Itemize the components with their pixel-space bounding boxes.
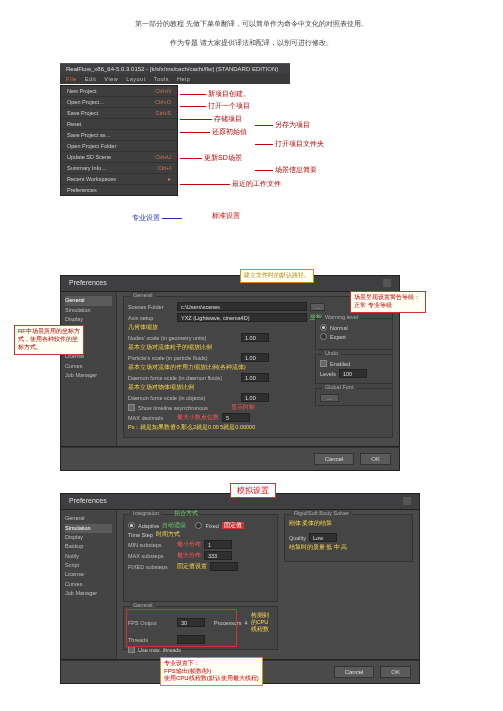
lbl-time: Time Step [128, 532, 153, 538]
btn2-cancel[interactable]: Cancel [334, 666, 375, 678]
grp-general: General [130, 292, 156, 298]
mi-open[interactable]: Open Project…Ctrl+O [61, 97, 177, 108]
menu-bar[interactable]: File Edit View Layout Tools Help [60, 74, 290, 84]
part-zh: 基本立场对流体粒子的缩放比例 [128, 344, 212, 351]
menu-file[interactable]: File [66, 76, 77, 82]
ann-pref: 专业设置 [130, 213, 162, 223]
lbl-geom-scale: Nodes' scale (in geometry units) [128, 335, 238, 341]
rad-fixed[interactable] [195, 522, 202, 529]
ann-reset: 还原初始值 [210, 127, 249, 137]
mi-save[interactable]: Save ProjectCtrl+S [61, 108, 177, 119]
t2-script[interactable]: Script [65, 561, 112, 570]
sel-quality[interactable] [309, 533, 337, 542]
t2-display[interactable]: Display [65, 533, 112, 542]
t2-jobmgr[interactable]: Job Manager [65, 589, 112, 598]
lbl-expert: Expert [330, 334, 346, 340]
lbl-fixed-sub: FIXED substeps [128, 564, 174, 570]
mi-pref[interactable]: Preferences [61, 185, 177, 195]
tree-general[interactable]: General [65, 296, 112, 305]
lbl-fixed: Fixed [205, 523, 218, 529]
btn-font[interactable]: ... [320, 394, 339, 402]
menu-tools[interactable]: Tools [154, 76, 169, 82]
t2-notify[interactable]: Notify [65, 552, 112, 561]
lbl-axis: Axis setup [128, 315, 174, 321]
menu-help[interactable]: Help [177, 76, 190, 82]
inp-fixed-sub[interactable] [210, 562, 238, 571]
btn-cancel[interactable]: Cancel [314, 453, 355, 465]
menu-view[interactable]: View [104, 76, 118, 82]
chk-usemax[interactable] [128, 646, 135, 653]
mi-new[interactable]: New ProjectCtrl+N [61, 86, 177, 97]
lbl-levels: Levels [320, 371, 336, 377]
close-icon-2[interactable] [403, 497, 411, 505]
rad-expert[interactable] [320, 333, 327, 340]
chk-timeline[interactable] [128, 404, 135, 411]
menu-layout[interactable]: Layout [126, 76, 146, 82]
max-zh: 最大分布 [177, 552, 201, 559]
btn2-ok[interactable]: OK [380, 666, 411, 678]
t2-license[interactable]: License [65, 570, 112, 579]
t2-general[interactable]: General [65, 514, 112, 523]
lbl-fps: FPS Output [128, 620, 174, 626]
ps-note: Ps：就是如果数值0.那么2就是0.00 5就是0.00000 [128, 424, 255, 431]
lbl-part-scale: Particle's scale (in particle fluids) [128, 355, 238, 361]
inp-part-scale[interactable] [241, 353, 269, 362]
inp-max[interactable] [204, 551, 232, 560]
mi-summary[interactable]: Summary Info…Ctrl+I [61, 163, 177, 174]
ann-update: 更新SD场景 [202, 153, 244, 163]
lbl-max: MAX substeps [128, 553, 174, 559]
prefs-title: Preferences [69, 279, 107, 288]
inp-geom-scale[interactable] [241, 333, 269, 342]
tree-display[interactable]: Display [65, 315, 112, 324]
browse-icon[interactable]: ... [310, 303, 325, 311]
inp-daemon-scale[interactable] [241, 373, 269, 382]
tree-curves[interactable]: Curves [65, 362, 112, 371]
btn-ok[interactable]: OK [360, 453, 391, 465]
tree-jobmgr[interactable]: Job Manager [65, 371, 112, 380]
lbl-timeline: Show timeline asynchronous [138, 405, 228, 411]
ann-saveas: 另存为项目 [273, 120, 312, 130]
mi-folder[interactable]: Open Project Folder [61, 141, 177, 152]
ann-open: 打开一个项目 [206, 101, 252, 111]
menu-edit[interactable]: Edit [85, 76, 96, 82]
mi-recent[interactable]: Recent Workspaces▸ [61, 174, 177, 185]
t2-simulation[interactable]: Simulation [65, 524, 112, 533]
inp-levels[interactable] [339, 369, 367, 378]
inp-fps[interactable] [177, 618, 205, 627]
quality-zh: 结算时的质量 低 中 高 [289, 544, 348, 551]
int-zh: 拟合方式 [174, 510, 198, 517]
lbl-procs: Processors [214, 620, 242, 626]
intro-line-2: 作为专题 请大家提供译法和配译，以别可进行修改。 [60, 37, 443, 50]
lbl-min: MIN substeps [128, 542, 174, 548]
grp-integration: Integration [130, 510, 162, 516]
time-zh: 时间方式 [156, 531, 180, 538]
grp-font: Global Font [322, 384, 356, 390]
close-icon[interactable] [383, 279, 391, 287]
tag-sim: 模拟设置 [230, 483, 276, 498]
lbl-daemon-scale: Daemon force scale (in daemon fluids) [128, 375, 238, 381]
mi-reset[interactable]: Reset [61, 119, 177, 130]
inp-min[interactable] [204, 540, 232, 549]
t2-curves[interactable]: Curves [65, 580, 112, 589]
rad-adaptive[interactable] [128, 522, 135, 529]
t2-backup[interactable]: Backup [65, 542, 112, 551]
inp-threads[interactable] [177, 635, 205, 644]
rad-normal[interactable] [320, 324, 327, 331]
prefs2-title: Preferences [69, 497, 107, 506]
chk-undo[interactable] [320, 360, 327, 367]
max-zh: 最大小数点位数 [177, 414, 219, 421]
mi-saveas[interactable]: Save Project as… [61, 130, 177, 141]
daemon-zh: 基本立场对流体的作用力缩放比例(各种流体) [128, 364, 246, 371]
geom-zh: 几何体缩放 [128, 324, 158, 331]
adp-zh: 自动适应 [162, 522, 186, 529]
lbl-scenes-folder: Scenes Folder [128, 304, 174, 310]
min-zh: 最小分布 [177, 541, 201, 548]
inp-max-dec[interactable] [222, 413, 250, 422]
inp-scenes-folder[interactable] [177, 302, 307, 311]
tree-simulation[interactable]: Simulation [65, 306, 112, 315]
tl-zh: 显示时标 [231, 404, 255, 411]
inp-daemon2-scale[interactable] [241, 393, 269, 402]
daemon2-zh: 基本立场对物体缩放比例 [128, 384, 194, 391]
sel-axis[interactable] [177, 313, 307, 322]
mi-update[interactable]: Update SD SceneCtrl+U [61, 152, 177, 163]
